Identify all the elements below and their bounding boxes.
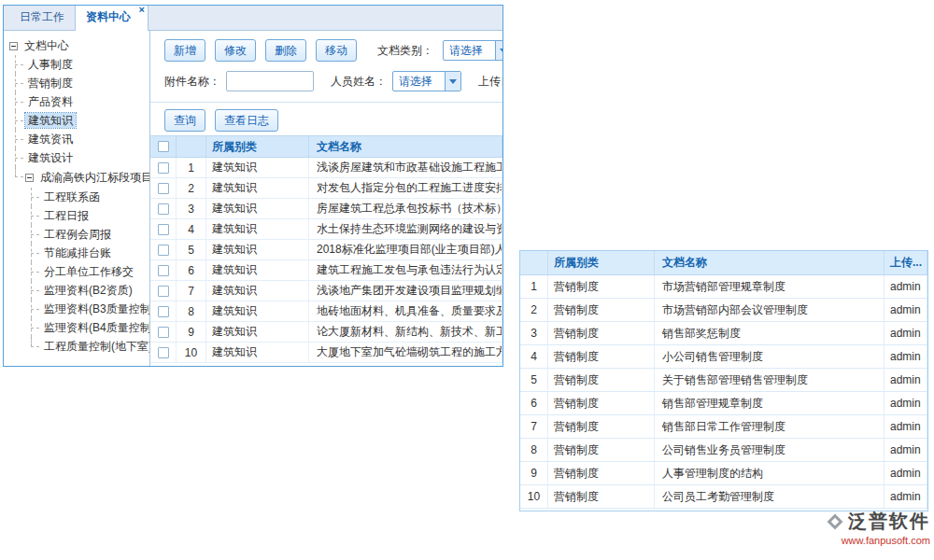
modify-button[interactable]: 修改	[215, 39, 256, 62]
tree-item-label[interactable]: 产品资料	[25, 94, 76, 109]
tree-item-label[interactable]: 节能减排台账	[41, 245, 114, 260]
query-button[interactable]: 查询	[164, 109, 205, 132]
tree-item-label[interactable]: 建筑设计	[25, 150, 76, 165]
tree-item-label[interactable]: 建筑资讯	[25, 132, 76, 147]
document-row[interactable]: 3 营销制度 销售部奖惩制度 admin	[520, 322, 927, 345]
row-doc-name: 小公司销售管理制度	[655, 345, 884, 368]
tree-item-label[interactable]: 工程日报	[41, 208, 92, 223]
document-row[interactable]: 9 建筑知识 论大厦新材料、新结构、新技术、新工...	[150, 322, 502, 343]
document-row[interactable]: 10 建筑知识 大厦地下室加气砼墙砌筑工程的施工方...	[150, 343, 502, 363]
document-row[interactable]: 3 建筑知识 房屋建筑工程总承包投标书（技术标）...	[150, 199, 502, 219]
row-doc-name: 大厦地下室加气砼墙砌筑工程的施工方...	[309, 343, 502, 362]
row-number: 6	[177, 260, 206, 280]
row-doc-name: 2018标准化监理项目部(业主项目部)人员...	[309, 240, 502, 259]
tree-item-label[interactable]: 监理资料(B3质量控制)	[41, 301, 150, 316]
tree-item-label[interactable]: 营销制度	[25, 76, 76, 91]
row-category: 建筑知识	[206, 281, 309, 301]
dropdown-button[interactable]	[495, 41, 503, 60]
collapse-icon[interactable]	[25, 174, 34, 182]
tab-bar: 日常工作 资料中心 ×	[4, 6, 502, 31]
document-center-window: 日常工作 资料中心 × 文档中心 人事制度 营销制度 产品资料 建筑知识 建筑资…	[3, 5, 503, 367]
row-category: 建筑知识	[206, 178, 309, 198]
row-doc-name: 销售部日常工作管理制度	[655, 415, 884, 438]
row-checkbox[interactable]	[158, 286, 169, 297]
document-row[interactable]: 6 建筑知识 建筑工程施工发包与承包违法行为认定...	[150, 260, 502, 281]
column-header-name[interactable]: 文档名称	[655, 251, 884, 274]
document-row[interactable]: 5 建筑知识 2018标准化监理项目部(业主项目部)人员...	[150, 240, 502, 260]
tree-root-label[interactable]: 文档中心	[21, 37, 72, 55]
tree-item-label[interactable]: 分工单位工作移交	[41, 264, 136, 279]
row-doc-name: 销售部管理规章制度	[655, 392, 884, 414]
row-checkbox[interactable]	[158, 306, 169, 317]
category-dropdown[interactable]: 请选择	[443, 40, 503, 61]
document-tree: 文档中心 人事制度 营销制度 产品资料 建筑知识 建筑资讯 建筑设计 成渝高铁内…	[4, 31, 150, 366]
row-checkbox[interactable]	[158, 347, 169, 358]
document-row[interactable]: 9 营销制度 人事管理制度的结构 admin	[520, 462, 927, 485]
column-header-category[interactable]: 所属别类	[548, 251, 655, 274]
collapse-icon[interactable]	[9, 42, 18, 50]
document-row[interactable]: 8 建筑知识 地砖地面材料、机具准备、质量要求及...	[150, 301, 502, 322]
person-dropdown[interactable]: 请选择	[392, 71, 461, 91]
dropdown-button[interactable]	[445, 72, 460, 91]
chevron-down-icon	[449, 79, 457, 84]
fanpu-logo-title: 泛普软件	[848, 509, 930, 534]
row-category: 营销制度	[548, 462, 655, 484]
tree-item-label[interactable]: 工程例会周报	[41, 227, 114, 242]
row-number: 5	[177, 240, 206, 259]
view-log-button[interactable]: 查看日志	[215, 109, 278, 132]
add-button[interactable]: 新增	[164, 39, 205, 62]
row-checkbox[interactable]	[158, 327, 169, 338]
document-row[interactable]: 1 建筑知识 浅谈房屋建筑和市政基础设施工程施工...	[150, 158, 502, 178]
row-checkbox[interactable]	[158, 265, 169, 276]
tree-item-label[interactable]: 监理资料(B2资质)	[41, 283, 135, 298]
row-category: 营销制度	[548, 369, 655, 391]
column-header-uploader[interactable]: 上传...	[884, 251, 927, 274]
move-button[interactable]: 移动	[316, 39, 357, 62]
row-category: 营销制度	[548, 439, 655, 461]
tree-item-label[interactable]: 成渝高铁内江标段项目	[37, 167, 150, 188]
document-row[interactable]: 8 营销制度 公司销售业务员管理制度 admin	[520, 439, 927, 462]
tab-data-center[interactable]: 资料中心 ×	[75, 5, 149, 31]
tab-daily-work[interactable]: 日常工作	[9, 5, 75, 30]
attachment-input[interactable]	[226, 71, 314, 91]
tree-item-label[interactable]: 工程联系函	[41, 189, 103, 204]
delete-button[interactable]: 删除	[265, 39, 306, 62]
chevron-down-icon	[500, 49, 503, 53]
row-checkbox[interactable]	[158, 162, 169, 174]
document-row[interactable]: 7 建筑知识 浅谈地产集团开发建设项目监理规划编...	[150, 281, 502, 301]
tree-item: 工程日报	[29, 206, 148, 225]
document-row[interactable]: 10 营销制度 公司员工考勤管理制度 admin	[520, 485, 927, 509]
row-category: 建筑知识	[206, 343, 309, 362]
row-uploader: admin	[884, 345, 927, 368]
row-checkbox[interactable]	[158, 224, 169, 235]
row-category: 建筑知识	[206, 199, 309, 218]
tree-root[interactable]: 文档中心	[9, 36, 148, 55]
document-row[interactable]: 5 营销制度 关于销售部管理销售管理制度 admin	[520, 369, 927, 392]
row-uploader: admin	[884, 322, 927, 344]
tree-item: 监理资料(B3质量控制)	[29, 300, 148, 318]
row-checkbox[interactable]	[158, 183, 169, 194]
select-all-checkbox[interactable]	[158, 141, 169, 152]
row-checkbox[interactable]	[158, 245, 169, 256]
close-icon[interactable]: ×	[139, 5, 145, 15]
tree-item-label[interactable]: 工程质量控制(地下室)	[41, 339, 150, 354]
column-header-category[interactable]: 所属别类	[206, 136, 309, 157]
tree-item-label[interactable]: 监理资料(B4质量控制)	[41, 320, 150, 335]
action-row: 查询 查看日志	[164, 109, 278, 132]
attachment-label: 附件名称：	[164, 74, 220, 90]
document-row[interactable]: 4 建筑知识 水土保持生态环境监测网络的建设与资...	[150, 219, 502, 240]
row-category: 建筑知识	[206, 240, 309, 259]
tree-item: 工程联系函	[29, 188, 148, 206]
tree-item-label[interactable]: 人事制度	[25, 57, 76, 72]
row-checkbox[interactable]	[158, 203, 169, 215]
document-row[interactable]: 2 建筑知识 对发包人指定分包的工程施工进度安排...	[150, 178, 502, 199]
document-row[interactable]: 1 营销制度 市场营销部管理规章制度 admin	[520, 275, 927, 299]
tree-item-label[interactable]: 建筑知识	[25, 113, 76, 128]
document-row[interactable]: 2 营销制度 市场营销部内部会议管理制度 admin	[520, 299, 927, 322]
document-row[interactable]: 4 营销制度 小公司销售管理制度 admin	[520, 345, 927, 369]
row-number: 9	[520, 462, 548, 484]
document-row[interactable]: 6 营销制度 销售部管理规章制度 admin	[520, 392, 927, 415]
document-row[interactable]: 7 营销制度 销售部日常工作管理制度 admin	[520, 415, 927, 439]
column-header-name[interactable]: 文档名称	[309, 136, 502, 157]
tree-list: 人事制度 营销制度 产品资料 建筑知识 建筑资讯 建筑设计 成渝高铁内江标段项目…	[13, 55, 148, 356]
